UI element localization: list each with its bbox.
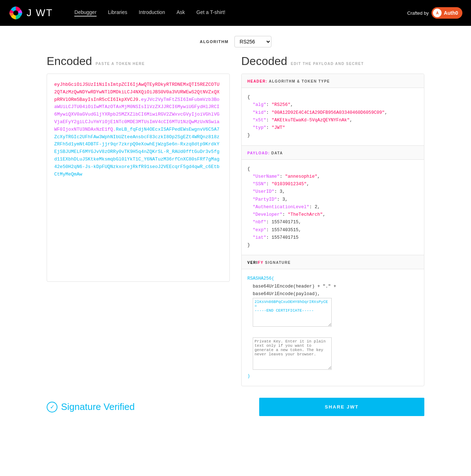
payload-section: PAYLOAD: DATA { "UserName": "annesophie"… — [242, 146, 424, 256]
verify-content: RSASHA256( base64UrlEncode(header) + "."… — [242, 269, 424, 386]
verify-close: ) — [247, 374, 250, 379]
header-label: HEADER: ALGORITHM & TOKEN TYPE — [247, 79, 330, 83]
auth0-label: Auth0 — [444, 10, 458, 16]
algorithm-row: ALGORITHM RS256 HS256 HS384 HS512 RS384 … — [0, 26, 471, 55]
verify-section-header: VERIFY SIGNATURE — [242, 255, 424, 269]
decoded-sections: HEADER: ALGORITHM & TOKEN TYPE { "alg": … — [241, 74, 424, 386]
auth0-badge[interactable]: A Auth0 — [432, 7, 462, 19]
share-jwt-button[interactable]: SHARE JWT — [259, 398, 424, 416]
nav-debugger[interactable]: Debugger — [74, 9, 97, 17]
header-section: HEADER: ALGORITHM & TOKEN TYPE { "alg": … — [242, 74, 424, 146]
nav-ask[interactable]: Ask — [177, 9, 185, 17]
nav-tshirt[interactable]: Get a T-shirt! — [196, 9, 225, 17]
auth0-icon: A — [433, 9, 442, 17]
encoded-part3: ReLB_fqFdjN4OEcxISAFPedEWsEwgnvV6C5A7ZcX… — [54, 127, 219, 177]
payload-label: PAYLOAD: DATA — [247, 151, 283, 155]
signature-verified: ✓ Signature Verified — [47, 401, 135, 412]
crafted-by-section: Crafted by A Auth0 — [407, 7, 462, 19]
verify-line2: base64UrlEncode(payload), — [253, 291, 320, 297]
navigation: J WT Debugger Libraries Introduction Ask… — [0, 0, 471, 26]
algorithm-label: ALGORITHM — [200, 39, 228, 44]
logo[interactable]: J WT — [9, 6, 53, 20]
encoded-header: Encoded PASTE A TOKEN HERE — [47, 55, 230, 68]
verify-func: RSASHA256( — [247, 276, 274, 281]
encoded-box[interactable]: eyJhbGciOiJSUzI1NiIsImtpZCI6IjAwQTEyRDky… — [47, 74, 230, 282]
encoded-dot2: . — [113, 127, 116, 132]
jwt-logo-icon — [9, 6, 23, 20]
verify-label: VERIFY SIGNATURE — [247, 261, 291, 265]
decoded-header: Decoded EDIT THE PAYLOAD AND SECRET — [241, 55, 424, 68]
payload-section-header: PAYLOAD: DATA — [242, 146, 424, 160]
encoded-panel: Encoded PASTE A TOKEN HERE eyJhbGciOiJSU… — [47, 55, 238, 386]
private-key-textarea[interactable] — [253, 337, 332, 370]
header-content: { "alg": "RS256", "kid": "00A12D92E4C4C1… — [242, 88, 424, 145]
main-content: Encoded PASTE A TOKEN HERE eyJhbGciOiJSU… — [38, 55, 433, 386]
encoded-title: Encoded — [47, 55, 92, 68]
header-section-header: HEADER: ALGORITHM & TOKEN TYPE — [242, 74, 424, 88]
nav-libraries[interactable]: Libraries — [108, 9, 127, 17]
svg-point-1 — [13, 10, 18, 15]
nav-introduction[interactable]: Introduction — [139, 9, 165, 17]
verify-section: VERIFY SIGNATURE RSASHA256( base64UrlEnc… — [242, 255, 424, 386]
decoded-title: Decoded — [241, 55, 287, 68]
check-icon: ✓ — [47, 402, 57, 412]
signature-verified-text: Signature Verified — [61, 401, 135, 412]
decoded-subtitle: EDIT THE PAYLOAD AND SECRET — [291, 62, 364, 66]
bottom-bar: ✓ Signature Verified SHARE JWT — [38, 386, 433, 428]
logo-text: J WT — [27, 7, 53, 19]
verify-line1: base64UrlEncode(header) + "." + — [253, 284, 336, 289]
algorithm-select[interactable]: RS256 HS256 HS384 HS512 RS384 RS512 — [234, 36, 271, 47]
encoded-subtitle: PASTE A TOKEN HERE — [95, 62, 145, 66]
payload-content: { "UserName": "annesophie", "SSN": "0103… — [242, 160, 424, 255]
nav-links: Debugger Libraries Introduction Ask Get … — [74, 9, 407, 17]
certificate-textarea[interactable]: 2lKsVn86BPqCxuOEHY8hOqrIRXsPyCE= -----EN… — [253, 298, 332, 327]
crafted-by-label: Crafted by — [407, 10, 429, 16]
decoded-panel: Decoded EDIT THE PAYLOAD AND SECRET HEAD… — [238, 55, 424, 386]
encoded-dot1: . — [138, 97, 141, 102]
